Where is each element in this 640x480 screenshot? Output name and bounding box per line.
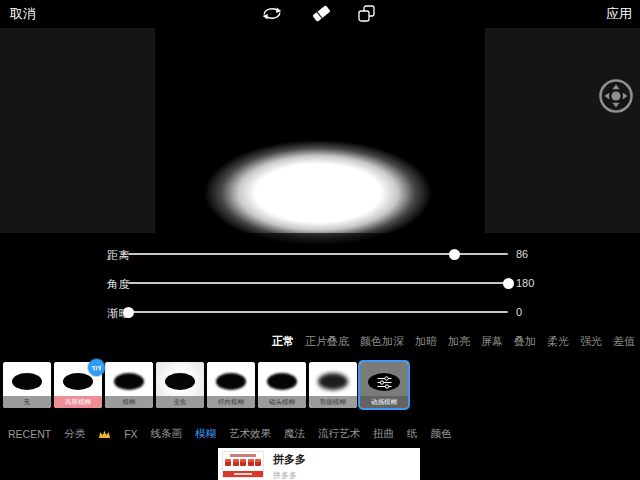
eraser-icon[interactable] xyxy=(312,5,331,22)
blur-preview: 模糊 xyxy=(105,362,153,408)
effect-tile-radial-blur[interactable]: 径向模糊 xyxy=(207,362,255,408)
gaussian-blur-label: 高斯模糊 xyxy=(54,396,102,408)
distance-slider-label: 距离 xyxy=(107,248,130,263)
canvas-blur-preview xyxy=(204,140,432,246)
zoom-blur-preview: 变焦 xyxy=(156,362,204,408)
zoom-blur-label: 变焦 xyxy=(156,396,204,408)
angle-slider-thumb[interactable] xyxy=(503,278,514,289)
effect-tile-smart-blur[interactable]: 智能模糊 xyxy=(309,362,357,408)
category-tab-line-art[interactable]: 线条画 xyxy=(151,427,183,441)
smart-blur-label: 智能模糊 xyxy=(309,396,357,408)
category-tab-distort[interactable]: 扭曲 xyxy=(373,427,394,441)
category-tab-paper[interactable]: 纸 xyxy=(407,427,418,441)
none-ellipse xyxy=(12,373,42,390)
fade-slider-thumb[interactable] xyxy=(123,307,134,318)
effect-tile-gaussian-blur[interactable]: 高斯模糊Try xyxy=(54,362,102,408)
zoom-blur-ellipse xyxy=(165,373,195,390)
fade-slider-value: 0 xyxy=(516,306,522,318)
lens-blur-ellipse xyxy=(267,373,297,390)
apply-button[interactable]: 应用 xyxy=(606,0,632,28)
ad-banner[interactable]: 拼多多 拼多多 xyxy=(218,448,420,480)
distance-slider-thumb[interactable] xyxy=(449,249,460,260)
category-tab-recent[interactable]: RECENT xyxy=(8,428,51,440)
effect-tile-none[interactable]: 无 xyxy=(3,362,51,408)
smart-blur-preview: 智能模糊 xyxy=(309,362,357,408)
undo-redo-icon[interactable] xyxy=(261,5,283,22)
gaussian-blur-ellipse xyxy=(63,373,93,390)
blend-mode-normal[interactable]: 正常 xyxy=(272,334,294,349)
ad-title: 拼多多 xyxy=(273,452,306,467)
category-tab-color[interactable]: 颜色 xyxy=(431,427,452,441)
category-tab-magic[interactable]: 魔法 xyxy=(284,427,305,441)
copy-layers-icon[interactable] xyxy=(358,5,375,22)
category-tab-fx[interactable]: FX xyxy=(124,428,137,440)
distance-slider-row: 距离86 xyxy=(0,247,640,261)
radial-blur-ellipse xyxy=(216,373,246,390)
category-tab-artistic[interactable]: 艺术效果 xyxy=(229,427,271,441)
fade-slider-row: 渐暗0 xyxy=(0,305,640,319)
blur-ellipse xyxy=(114,373,144,390)
lens-blur-preview: 镜头模糊 xyxy=(258,362,306,408)
blend-mode-screen[interactable]: 屏幕 xyxy=(481,334,503,349)
motion-blur-preview: 动感模糊 xyxy=(360,362,408,408)
cancel-button[interactable]: 取消 xyxy=(10,0,36,28)
adjust-sliders-icon xyxy=(376,376,393,389)
smart-blur-ellipse xyxy=(318,373,348,390)
blend-mode-difference[interactable]: 差值 xyxy=(613,334,635,349)
blend-mode-lighten[interactable]: 加亮 xyxy=(448,334,470,349)
motion-blur-label: 动感模糊 xyxy=(360,396,408,408)
canvas-side-left xyxy=(0,28,155,233)
fade-slider-track[interactable] xyxy=(128,311,508,313)
blend-mode-hard-light[interactable]: 强光 xyxy=(580,334,602,349)
category-tab-category[interactable]: 分类 xyxy=(64,427,85,441)
effect-tile-motion-blur[interactable]: 动感模糊 xyxy=(360,362,408,408)
ad-subtitle: 拼多多 xyxy=(273,470,306,480)
ad-text-block: 拼多多 拼多多 xyxy=(273,452,306,480)
effect-thumbnails-row: 无高斯模糊Try模糊变焦径向模糊镜头模糊智能模糊动感模糊 xyxy=(3,362,408,408)
angle-slider-value: 180 xyxy=(516,277,534,289)
blend-mode-overlay[interactable]: 叠加 xyxy=(514,334,536,349)
blend-mode-color-burn[interactable]: 颜色加深 xyxy=(360,334,404,349)
motion-blur-ellipse xyxy=(368,373,400,391)
radial-blur-label: 径向模糊 xyxy=(207,396,255,408)
canvas-side-right xyxy=(485,28,640,233)
top-toolbar: 取消 应用 xyxy=(0,0,640,28)
effect-tile-zoom-blur[interactable]: 变焦 xyxy=(156,362,204,408)
angle-slider-track[interactable] xyxy=(128,282,508,284)
none-preview: 无 xyxy=(3,362,51,408)
blend-mode-darken[interactable]: 加暗 xyxy=(415,334,437,349)
category-tabs-row: RECENT分类FX线条画模糊艺术效果魔法流行艺术扭曲纸颜色 xyxy=(8,426,452,442)
none-label: 无 xyxy=(3,396,51,408)
category-tab-blur[interactable]: 模糊 xyxy=(195,427,216,441)
ad-thumbnail-image xyxy=(222,451,264,478)
blend-mode-row: 正常正片叠底颜色加深加暗加亮屏幕叠加柔光强光差值 xyxy=(0,333,635,349)
category-tab-pop-art[interactable]: 流行艺术 xyxy=(318,427,360,441)
distance-slider-value: 86 xyxy=(516,248,528,260)
editor-screen: 取消 应用 距离86角度180渐暗0 正常正片叠底颜色加深加暗加亮屏幕叠加柔光强… xyxy=(0,0,640,480)
angle-slider-row: 角度180 xyxy=(0,276,640,290)
crown-icon[interactable] xyxy=(98,429,111,439)
dpad-control-icon[interactable] xyxy=(598,78,634,114)
effect-tile-blur[interactable]: 模糊 xyxy=(105,362,153,408)
blend-mode-multiply[interactable]: 正片叠底 xyxy=(305,334,349,349)
radial-blur-preview: 径向模糊 xyxy=(207,362,255,408)
blur-label: 模糊 xyxy=(105,396,153,408)
angle-slider-label: 角度 xyxy=(107,277,130,292)
lens-blur-label: 镜头模糊 xyxy=(258,396,306,408)
effect-tile-lens-blur[interactable]: 镜头模糊 xyxy=(258,362,306,408)
blend-mode-soft-light[interactable]: 柔光 xyxy=(547,334,569,349)
